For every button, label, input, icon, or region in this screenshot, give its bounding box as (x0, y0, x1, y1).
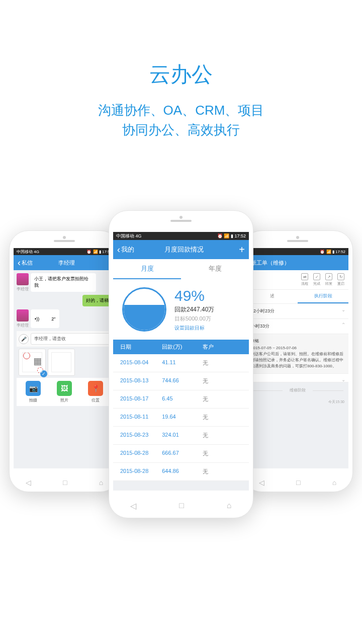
col-amount: 回款(万) (162, 343, 203, 351)
phone-left: 中国移动 4G ⏰ 📶 ▮ 17:52 私信 李经理 李经理 小王，请把客户发票… (9, 230, 120, 492)
avatar[interactable] (17, 273, 29, 285)
nav-recent-icon[interactable]: ⌂ (99, 478, 103, 487)
set-target-link[interactable]: 设置回款目标 (174, 325, 240, 332)
pin-icon: 📍 (88, 381, 103, 396)
summary-panel: 49% 回款2447.40万 目标5000.00万 设置回款目标 (113, 279, 249, 340)
phone-right: ⏰ 📶 ▮ 17:52 派工单（维修） ⇄流程 ✓完成 ↗转发 ↻重启 述 执行… (242, 230, 353, 492)
composer-bar: 🎤 李经理，请查收 (17, 331, 112, 347)
table-row[interactable]: 2015-08-0441.11无 (113, 354, 249, 372)
workorder-appbar: 派工单（维修） (247, 255, 348, 270)
camera-icon: 📷 (26, 381, 41, 396)
hero-title: 云办公 (0, 60, 362, 89)
back-button[interactable]: 私信 (18, 258, 33, 267)
compose-input[interactable]: 李经理，请查收 (31, 333, 110, 345)
action-row: 📷拍摄 🖼照片 📍位置 (17, 378, 112, 406)
check-icon: ✓ (313, 273, 320, 280)
duration-row[interactable]: 小时33分⌃ (247, 319, 348, 334)
returned-line: 回款2447.40万 (174, 305, 240, 314)
image-icon: 🖼 (57, 381, 72, 396)
target-line: 目标5000.00万 (174, 315, 240, 323)
sound-icon: •)) (35, 316, 39, 321)
chat-title: 李经理 (33, 259, 100, 267)
table-row[interactable]: 2015-08-28666.67无 (113, 445, 249, 463)
detail-text: 到达客户公司后，请签到、拍照。在维修前和维修后都请拍照记录，并务必让客户签名确认… (251, 351, 344, 369)
forward-button[interactable]: ↗转发 (325, 273, 332, 286)
nav-recent-icon[interactable]: ⌂ (227, 501, 232, 511)
statusbar: ⏰ 📶 ▮ 17:52 (247, 248, 348, 255)
nav-back-icon[interactable]: ◁ (259, 478, 264, 487)
check-icon: ✓ (40, 370, 47, 377)
attachment-thumbnail[interactable]: ✓ (19, 349, 46, 376)
chat-message-incoming[interactable]: 小王，请把客户发票拍照给我 (31, 273, 96, 292)
period-tabs: 月度 年度 (113, 259, 249, 279)
chevron-down-icon: ⌄ (341, 377, 345, 382)
reset-icon: ↻ (337, 273, 344, 280)
table-row[interactable]: 2015-08-23324.01无 (113, 427, 249, 445)
chevron-up-icon: ⌃ (341, 322, 345, 328)
done-button[interactable]: ✓完成 (313, 273, 320, 286)
flow-icon: ⇄ (301, 273, 308, 280)
table-row[interactable]: 2015-08-13744.66无 (113, 372, 249, 390)
subtabs: 述 执行阶段 (247, 290, 348, 304)
statusbar: 中国移动 4G ⏰ 📶 ▮ 17:52 (113, 232, 249, 240)
report-appbar: 我的 月度回款情况 + (113, 240, 249, 259)
tab-month[interactable]: 月度 (113, 259, 181, 279)
toolbar: ⇄流程 ✓完成 ↗转发 ↻重启 (247, 270, 348, 290)
col-customer: 客户 (203, 343, 249, 351)
carrier-label: 中国移动 4G (116, 233, 142, 239)
footer-timestamp: 今天15:30 (247, 398, 348, 406)
empty-row[interactable]: ⌄ (247, 374, 348, 382)
table-row[interactable]: 2015-08-176.45无 (113, 390, 249, 409)
col-date: 日期 (113, 343, 162, 351)
table-row[interactable]: 2015-08-1119.64无 (113, 409, 249, 427)
status-icons: ⏰ 📶 ▮ 17:52 (320, 250, 345, 254)
subtitle-line-1: 沟通协作、OA、CRM、项目 (98, 103, 264, 118)
nav-home-icon[interactable]: □ (296, 478, 300, 487)
date-range: 2015-07-05 ~ 2015-07-06 (251, 345, 344, 351)
chat-body: 李经理 小王，请把客户发票拍照给我 好的，请稍 李经理 •))2" 🎤 李 (14, 270, 115, 409)
attachment-thumbnail[interactable] (48, 349, 75, 376)
chevron-left-icon (18, 258, 21, 267)
table-header: 日期 回款(万) 客户 (113, 340, 249, 354)
phone-center: 中国移动 4G ⏰ 📶 ▮ 17:52 我的 月度回款情况 + 月度 年度 49… (109, 210, 253, 518)
status-icons: ⏰ 📶 ▮ 17:52 (217, 233, 246, 238)
nav-back-icon[interactable]: ◁ (130, 501, 136, 511)
tab-year[interactable]: 年度 (181, 259, 249, 279)
chevron-down-icon: ⌄ (341, 307, 345, 312)
attachment-grid: ✓ (17, 347, 112, 378)
nav-home-icon[interactable]: □ (179, 501, 184, 511)
nav-home-icon[interactable]: □ (63, 478, 67, 487)
percent-value: 49% (174, 287, 240, 304)
phone-nav: ◁ □ ⌂ (243, 478, 352, 487)
workorder-title: 派工单（维修） (251, 259, 344, 267)
photo-button[interactable]: 🖼照片 (57, 381, 72, 403)
tab-description[interactable]: 述 (247, 290, 298, 303)
add-button[interactable]: + (234, 244, 245, 256)
voice-message[interactable]: •))2" (31, 309, 59, 328)
chevron-left-icon (117, 245, 120, 254)
chat-message-outgoing[interactable]: 好的，请稍 (82, 295, 112, 306)
hero-subtitle: 沟通协作、OA、CRM、项目 协同办公、高效执行 (0, 101, 362, 140)
person-name: 张铭 (251, 338, 344, 344)
mic-button[interactable]: 🎤 (19, 334, 29, 344)
avatar[interactable] (17, 309, 29, 321)
phase-divider: 维修阶段 (247, 382, 348, 398)
nav-recent-icon[interactable]: ⌂ (332, 478, 336, 487)
statusbar: 中国移动 4G ⏰ 📶 ▮ 17:52 (14, 248, 115, 255)
detail-box: 张铭 2015-07-05 ~ 2015-07-06 到达客户公司后，请签到、拍… (247, 334, 348, 374)
flow-button[interactable]: ⇄流程 (301, 273, 308, 286)
table-row[interactable]: 2015-08-28644.86无 (113, 463, 249, 481)
back-button[interactable]: 我的 (117, 245, 134, 254)
duration-row[interactable]: 12小时23分⌄ (247, 304, 348, 319)
phone-nav: ◁ □ ⌂ (10, 478, 119, 487)
carrier-label: 中国移动 4G (17, 249, 39, 255)
tab-phase[interactable]: 执行阶段 (298, 290, 348, 303)
sender-name: 李经理 (17, 286, 29, 292)
reset-button[interactable]: ↻重启 (337, 273, 344, 286)
location-button[interactable]: 📍位置 (88, 381, 103, 403)
phone-nav: ◁ □ ⌂ (109, 501, 253, 511)
nav-back-icon[interactable]: ◁ (26, 478, 31, 487)
forward-icon: ↗ (325, 273, 332, 280)
shoot-button[interactable]: 📷拍摄 (26, 381, 41, 403)
sender-name: 李经理 (17, 323, 29, 328)
